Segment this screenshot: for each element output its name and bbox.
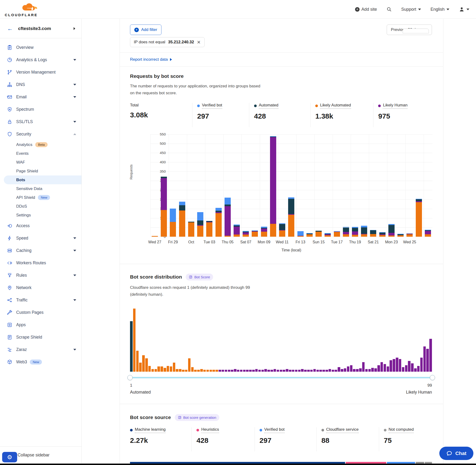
bot-score-generation-badge[interactable]: Bot score generation	[175, 414, 219, 421]
add-site-button[interactable]: + Add site	[355, 7, 377, 12]
histogram-bar	[295, 370, 298, 372]
collapse-sidebar-label[interactable]: Collapse sidebar	[18, 453, 50, 458]
stacked-bar-segment	[279, 223, 285, 224]
stat-machine-learning: Machine learning2.27k	[130, 427, 191, 451]
stat-label[interactable]: Likely Human	[383, 103, 407, 109]
stat-label[interactable]: Verified bot	[202, 103, 222, 109]
stacked-bar-plot: 050100150200250300350400450500550Wed 27F…	[150, 134, 433, 237]
report-incorrect-data-link[interactable]: Report incorrect data	[130, 57, 172, 62]
stat-label[interactable]: Likely Automated	[320, 103, 351, 109]
site-switcher-chevron-icon[interactable]	[74, 27, 75, 30]
sidebar-subitem-ddos[interactable]: DDoS	[0, 202, 81, 211]
sidebar-item-speed[interactable]: Speed	[0, 232, 81, 244]
chat-button[interactable]: Chat	[439, 447, 473, 460]
sidebar-item-web3[interactable]: Web3New	[0, 356, 81, 368]
sidebar-item-security[interactable]: Security	[0, 128, 81, 140]
sidebar-item-network[interactable]: Network	[0, 281, 81, 294]
next-section-button-stub[interactable]	[403, 29, 429, 33]
slider-handle-min[interactable]	[127, 375, 133, 380]
search-button[interactable]	[386, 7, 392, 12]
sidebar-item-caching[interactable]: Caching	[0, 244, 81, 257]
sidebar-item-traffic[interactable]: Traffic	[0, 294, 81, 306]
sidebar-item-label: Traffic	[16, 298, 28, 303]
sidebar-item-label: Custom Pages	[16, 310, 43, 315]
support-menu[interactable]: Support	[401, 7, 421, 12]
lightning-icon	[7, 235, 12, 241]
stacked-bar-segment	[406, 234, 413, 234]
bot-score-badge[interactable]: Bot Score	[186, 274, 213, 280]
stat-label[interactable]: Heuristics	[201, 427, 219, 433]
filter-chip[interactable]: IP does not equal 35.212.240.32 ✕	[130, 37, 205, 47]
padlock-icon	[7, 119, 12, 125]
histogram-bar	[249, 370, 252, 372]
stacked-bar-segment	[352, 235, 358, 237]
sidebar-item-custom-pages[interactable]: Custom Pages	[0, 306, 81, 318]
sidebar-subitem-api-shield[interactable]: API ShieldNew	[0, 193, 81, 202]
sidebar-subitem-events[interactable]: Events	[0, 149, 81, 158]
sidebar-subitem-bots[interactable]: Bots	[4, 176, 81, 184]
traffic-icon	[7, 297, 12, 303]
sidebar-item-spectrum[interactable]: Spectrum	[0, 103, 81, 116]
cloudflare-logo[interactable]: CLOUDFLARE	[5, 2, 41, 17]
sidebar-subitem-page-shield[interactable]: Page Shield	[0, 167, 81, 176]
requests-stats-row: Total3.08kVerified bot297Automated428Lik…	[130, 103, 432, 127]
sidebar-item-workers-routes[interactable]: Workers Routes	[0, 257, 81, 269]
settings-gear-button[interactable]: ⚙	[2, 452, 17, 462]
chevron-up-icon	[73, 133, 76, 135]
histogram-bar	[210, 370, 212, 372]
histogram-bar	[374, 368, 377, 371]
sidebar-subitem-settings[interactable]: Settings	[0, 211, 81, 220]
slider-max-label: 99	[427, 383, 432, 388]
chevron-down-icon	[73, 84, 76, 85]
sidebar-item-label: Network	[16, 285, 32, 290]
stacked-bar-segment	[425, 230, 431, 230]
slider-min-caption: Automated	[130, 390, 151, 395]
slider-track[interactable]	[130, 377, 433, 378]
add-filter-button[interactable]: + Add filter	[130, 24, 161, 35]
sidebar-subitem-waf[interactable]: WAF	[0, 158, 81, 167]
histogram-bar	[322, 370, 325, 372]
book-icon	[189, 275, 192, 279]
stacked-bar-segment	[279, 231, 285, 237]
sidebar-item-access[interactable]: Access	[0, 220, 81, 232]
sidebar-item-ssl-tls[interactable]: SSL/TLS	[0, 116, 81, 128]
stat-label[interactable]: Cloudflare service	[326, 427, 359, 433]
histogram-bar	[191, 367, 194, 372]
remove-filter-icon[interactable]: ✕	[197, 40, 201, 44]
sidebar-item-zaraz[interactable]: Zaraz	[0, 343, 81, 356]
stat-label[interactable]: Verified bot	[264, 427, 285, 433]
stat-value: 3.08k	[130, 111, 187, 119]
sidebar-item-dns[interactable]: DNS	[0, 78, 81, 91]
x-tick-label: Oct	[182, 240, 201, 244]
sidebar-item-overview[interactable]: Overview	[0, 41, 81, 53]
account-menu[interactable]	[459, 6, 469, 12]
slider-handle-max[interactable]	[430, 375, 435, 380]
stat-label[interactable]: Not computed	[389, 427, 414, 433]
stacked-bar-segment	[352, 232, 358, 235]
sidebar-subitem-analytics[interactable]: AnalyticsBeta	[0, 140, 81, 149]
histogram-bar	[347, 366, 349, 371]
x-tick-label: Tue 03	[200, 240, 219, 244]
back-arrow-icon[interactable]: ←	[7, 25, 13, 32]
stat-value: 75	[384, 436, 427, 444]
stacked-bar-segment	[261, 228, 267, 229]
sidebar-item-email[interactable]: Email	[0, 91, 81, 103]
sidebar-item-apps[interactable]: Apps	[0, 318, 81, 331]
sidebar-nav: OverviewAnalytics & LogsVersion Manageme…	[0, 41, 81, 368]
histogram-bar	[160, 366, 163, 371]
histogram-bar	[148, 366, 151, 372]
stat-label[interactable]: Automated	[259, 103, 278, 109]
sidebar-item-version-management[interactable]: Version Management	[0, 66, 81, 78]
language-menu[interactable]: English	[431, 7, 449, 12]
histogram-bar	[206, 370, 209, 372]
stat-label[interactable]: Machine learning	[135, 427, 166, 433]
x-tick-label: Mon 09	[254, 240, 274, 244]
sidebar-item-rules[interactable]: Rules	[0, 269, 81, 281]
sidebar-item-analytics-logs[interactable]: Analytics & Logs	[0, 53, 81, 66]
stacked-bar-segment	[252, 231, 258, 232]
stacked-bar-segment	[397, 234, 404, 234]
gridline	[150, 134, 433, 135]
sidebar-subitem-sensitive-data[interactable]: Sensitive Data	[0, 184, 81, 193]
sidebar-item-scrape-shield[interactable]: Scrape Shield	[0, 331, 81, 343]
stacked-bar-segment	[361, 234, 367, 237]
